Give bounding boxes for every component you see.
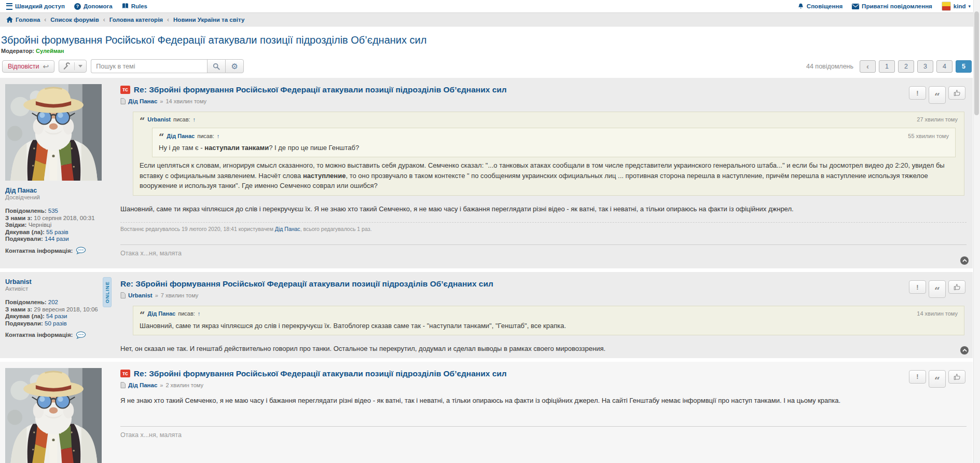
- byline-separator: »: [155, 292, 158, 298]
- back-to-top-button[interactable]: [960, 346, 969, 355]
- post-3-author-profile: Дід Панас Досвідчений: [5, 368, 110, 463]
- help-link[interactable]: ? Допомога: [74, 3, 113, 10]
- notifications-link[interactable]: Сповіщення: [797, 3, 843, 10]
- author-name-link[interactable]: Дід Панас: [5, 187, 37, 194]
- quoted-author-link[interactable]: Urbanist: [147, 116, 171, 122]
- profile-field-link[interactable]: 55 разів: [46, 229, 68, 235]
- profile-field-link[interactable]: 535: [48, 208, 58, 214]
- inline-link[interactable]: Дід Панас: [275, 226, 300, 232]
- reply-button[interactable]: Відповісти ↩: [2, 60, 54, 73]
- goto-quoted-post-icon[interactable]: ↑: [198, 310, 201, 317]
- breadcrumb-forum[interactable]: Новини України та світу: [173, 17, 244, 23]
- quote-button[interactable]: “: [929, 86, 946, 104]
- post-text: Нет, он сказал не так. И генштаб действи…: [120, 344, 967, 354]
- pagination-page-5-active[interactable]: 5: [956, 60, 972, 73]
- quote-button[interactable]: “: [929, 370, 946, 388]
- profile-field-link[interactable]: 202: [48, 299, 58, 305]
- private-messages-link[interactable]: Приватні повідомлення: [852, 3, 932, 9]
- quote-header: “ Urbanist писав: ↑ 27 хвилин тому: [140, 116, 958, 122]
- search-input[interactable]: [91, 59, 207, 73]
- moderator-label: Модератор:: [1, 48, 34, 54]
- topic-starter-badge: тс: [120, 86, 130, 94]
- post-3: Дід Панас Досвідчений ! “ тс Re: Збройні…: [0, 362, 973, 463]
- topic-starter-badge: тс: [120, 370, 130, 378]
- profile-field: З нами з: 10 серпня 2018, 00:31: [5, 215, 110, 221]
- profile-field-link[interactable]: 144 рази: [45, 236, 69, 242]
- quick-access-menu[interactable]: Швидкий доступ: [6, 3, 65, 10]
- goto-quoted-post-icon[interactable]: ↑: [217, 133, 220, 139]
- pagination-page-3[interactable]: 3: [917, 60, 933, 73]
- report-button[interactable]: !: [909, 86, 926, 100]
- username-label: kind: [954, 3, 966, 9]
- scrollbar[interactable]: [973, 0, 980, 463]
- breadcrumb: Головна ‹ Список форумів ‹ Головна катег…: [0, 12, 980, 27]
- post-2: Urbanist Активіст Повідомлень: 202З нами…: [0, 272, 973, 358]
- user-avatar[interactable]: [5, 368, 102, 463]
- pagination-page-4[interactable]: 4: [936, 60, 953, 73]
- envelope-icon: [852, 4, 859, 9]
- byline-author-link[interactable]: Urbanist: [128, 292, 153, 298]
- quote-timestamp: 27 хвилин тому: [917, 116, 958, 122]
- user-menu[interactable]: kind ▾: [942, 2, 971, 11]
- post-3-body: ! “ тс Re: Збройні формування Російської…: [120, 369, 967, 439]
- quote-mark-icon: “: [140, 116, 145, 122]
- pagination-prev-button[interactable]: ‹: [860, 60, 876, 73]
- like-button[interactable]: [948, 280, 965, 294]
- quote-button[interactable]: “: [929, 280, 946, 298]
- rules-link[interactable]: Rules: [122, 3, 147, 9]
- quote-block-inner: “ Дід Панас писав: ↑ 55 хвилин тому Ну і…: [152, 128, 956, 157]
- topic-tools-button[interactable]: [59, 60, 87, 73]
- breadcrumb-category[interactable]: Головна категорія: [109, 17, 163, 23]
- book-icon: [122, 3, 129, 9]
- goto-quoted-post-icon[interactable]: ↑: [193, 116, 196, 122]
- quoted-author-link[interactable]: Дід Панас: [147, 310, 175, 317]
- contact-label: Контактна інформація:: [5, 332, 73, 338]
- breadcrumb-separator: ‹: [167, 16, 169, 23]
- post-1-body: ! “ тс Re: Збройні формування Російської…: [120, 85, 967, 257]
- breadcrumb-home[interactable]: Головна: [6, 17, 40, 23]
- profile-field: Подякували: 144 рази: [5, 236, 110, 242]
- quoted-author-link[interactable]: Дід Панас: [167, 133, 195, 139]
- topic-title[interactable]: Збройні формування Російської Федерації …: [1, 34, 977, 46]
- chevron-down-icon: ▾: [968, 4, 971, 9]
- post-title-link[interactable]: Re: Збройні формування Російської Федера…: [120, 279, 493, 289]
- profile-field: Повідомлень: 535: [5, 208, 110, 214]
- post-actions: ! “: [909, 280, 965, 298]
- wrench-icon: [63, 62, 71, 70]
- scrollbar-thumb[interactable]: [974, 11, 979, 115]
- notifications-label: Сповіщення: [807, 3, 843, 9]
- profile-field-link[interactable]: 54 рази: [46, 313, 67, 319]
- home-icon: [6, 17, 13, 23]
- thumb-up-icon: [954, 373, 961, 380]
- report-button[interactable]: !: [909, 280, 926, 294]
- breadcrumb-forum-list[interactable]: Список форумів: [50, 17, 99, 23]
- back-to-top-button[interactable]: [960, 256, 969, 265]
- contact-label: Контактна інформація:: [5, 248, 73, 254]
- profile-field-link[interactable]: 50 разів: [45, 320, 67, 326]
- private-messages-label: Приватні повідомлення: [862, 3, 932, 9]
- search-button[interactable]: [207, 59, 225, 73]
- post-title-link[interactable]: Re: Збройні формування Російської Федера…: [134, 369, 507, 378]
- speech-bubble-icon[interactable]: [76, 331, 86, 339]
- byline-author-link[interactable]: Дід Панас: [128, 382, 157, 388]
- pagination-page-1[interactable]: 1: [879, 60, 895, 73]
- wrote-label: писав:: [178, 310, 195, 317]
- profile-field: Дякував (ла): 55 разів: [5, 229, 110, 235]
- like-button[interactable]: [948, 370, 965, 384]
- online-badge: ONLINE: [103, 277, 112, 307]
- speech-bubble-icon[interactable]: [76, 247, 86, 254]
- report-button[interactable]: !: [909, 370, 926, 384]
- reply-arrow-icon: ↩: [43, 63, 49, 70]
- post-2-author-profile: Urbanist Активіст Повідомлень: 202З нами…: [5, 278, 110, 339]
- moderator-link[interactable]: Сулейман: [36, 48, 64, 54]
- pagination-page-2[interactable]: 2: [898, 60, 914, 73]
- page-icon: [120, 292, 126, 298]
- user-avatar[interactable]: [5, 84, 102, 181]
- page-icon: [120, 382, 126, 388]
- author-name-link[interactable]: Urbanist: [5, 278, 32, 285]
- search-settings-button[interactable]: ⚙: [225, 59, 244, 73]
- like-button[interactable]: [948, 86, 965, 100]
- post-title-link[interactable]: Re: Збройні формування Російської Федера…: [134, 85, 507, 94]
- byline-author-link[interactable]: Дід Панас: [128, 98, 157, 104]
- post-timestamp: 7 хвилин тому: [161, 292, 199, 298]
